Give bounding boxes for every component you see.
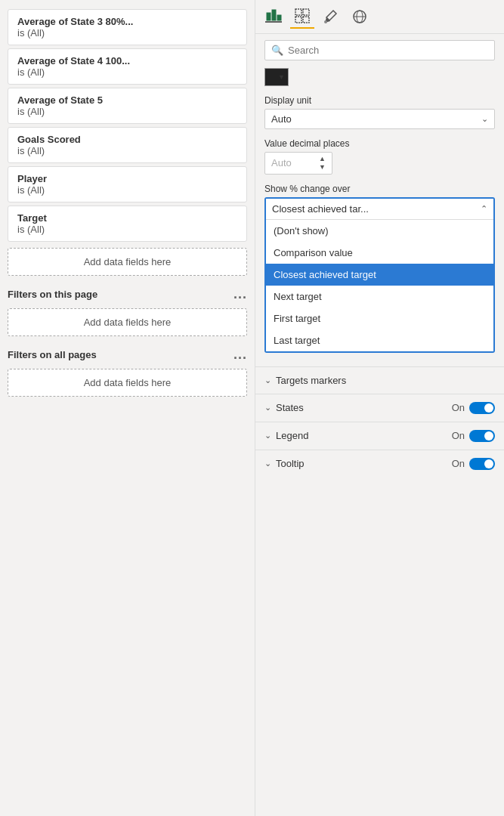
section-row-legend[interactable]: ⌄ Legend On [255, 422, 504, 450]
filter-value: is (All) [17, 27, 237, 39]
dropdown-option[interactable]: Comparison value [266, 242, 493, 264]
section-name: States [276, 402, 452, 413]
bottom-sections: ⌄ Targets markers ⌄ States On ⌄ Legend O… [255, 366, 504, 478]
filter-card[interactable]: Average of State 5 is (All) [8, 88, 247, 124]
section-row-states[interactable]: ⌄ States On [255, 394, 504, 422]
spinner-controls: ▲ ▼ [319, 155, 326, 172]
display-unit-value: Auto [271, 113, 292, 125]
filter-name: Player [17, 173, 237, 184]
section-row-targets-markers[interactable]: ⌄ Targets markers [255, 366, 504, 394]
filter-name: Goals Scored [17, 134, 237, 145]
toggle-label: On [452, 430, 465, 441]
show-pct-label: Show % change over [264, 184, 495, 194]
color-caret-icon: ▼ [278, 73, 285, 81]
paintbrush-btn[interactable] [319, 5, 343, 29]
right-format-panel: 🔍 ▼ Display unit Auto ⌄ Value decimal pl… [255, 0, 504, 816]
chevron-icon: ⌄ [264, 431, 271, 440]
section-name: Legend [276, 430, 452, 441]
decimal-places-label: Value decimal places [264, 138, 495, 149]
chevron-icon: ⌄ [264, 403, 271, 413]
filter-value: is (All) [17, 66, 237, 78]
svg-rect-7 [303, 17, 309, 23]
section-row-tooltip[interactable]: ⌄ Tooltip On [255, 450, 504, 478]
dropdown-options-list: (Don't show)Comparison valueClosest achi… [266, 220, 493, 351]
filter-name: Average of State 4 100... [17, 55, 237, 66]
dropdown-option[interactable]: First target [266, 308, 493, 329]
svg-point-8 [324, 20, 327, 23]
analytics-btn[interactable] [348, 5, 372, 29]
filters-on-page-header: Filters on this page ... [0, 279, 255, 305]
toggle-label: On [452, 458, 465, 469]
filter-card[interactable]: Target is (All) [8, 206, 247, 242]
search-box[interactable]: 🔍 [264, 40, 495, 60]
format-btn[interactable] [290, 5, 314, 29]
decimal-places-spinner[interactable]: Auto ▲ ▼ [264, 152, 332, 175]
filter-name: Target [17, 212, 237, 224]
spinner-up-btn[interactable]: ▲ [319, 155, 326, 163]
filter-card[interactable]: Average of State 3 80%... is (All) [8, 9, 247, 45]
left-filter-panel: Average of State 3 80%... is (All) Avera… [0, 0, 255, 816]
dropdown-option[interactable]: Next target [266, 286, 493, 308]
popup-caret-up-icon: ⌃ [481, 204, 487, 214]
toggle-switch[interactable] [469, 402, 495, 414]
popup-header[interactable]: Closest achieved tar... ⌃ [266, 199, 493, 220]
show-pct-dropdown-popup[interactable]: Closest achieved tar... ⌃ (Don't show)Co… [264, 197, 495, 353]
filters-on-page-label: Filters on this page [8, 289, 97, 300]
color-square [268, 70, 276, 84]
toggle-switch[interactable] [469, 430, 495, 442]
filter-name: Average of State 5 [17, 94, 237, 106]
decimal-places-section: Value decimal places Auto ▲ ▼ [264, 138, 495, 175]
popup-selected-value: Closest achieved tar... [272, 203, 369, 215]
chevron-icon: ⌄ [264, 459, 271, 468]
filter-card[interactable]: Average of State 4 100... is (All) [8, 48, 247, 85]
dropdown-option[interactable]: (Don't show) [266, 220, 493, 242]
svg-rect-0 [267, 13, 271, 20]
search-input[interactable] [288, 45, 488, 56]
add-fields-btn-top[interactable]: Add data fields here [8, 248, 247, 276]
display-unit-label: Display unit [264, 95, 495, 106]
filters-all-pages-header: Filters on all pages ... [0, 339, 255, 366]
filter-card[interactable]: Goals Scored is (All) [8, 127, 247, 163]
display-unit-dropdown[interactable]: Auto ⌄ [264, 109, 495, 129]
toggle-switch[interactable] [469, 458, 495, 470]
chevron-icon: ⌄ [264, 376, 271, 385]
show-pct-change-section: Show % change over Closest achieved tar.… [264, 184, 495, 353]
filter-card[interactable]: Player is (All) [8, 166, 247, 202]
search-icon: 🔍 [271, 45, 283, 56]
toggle-label: On [452, 402, 465, 413]
filter-name: Average of State 3 80%... [17, 16, 237, 27]
svg-rect-6 [295, 17, 301, 23]
filters-on-page-dots[interactable]: ... [233, 286, 247, 302]
section-name: Targets markers [276, 375, 495, 386]
filter-value: is (All) [17, 184, 237, 196]
dropdown-option[interactable]: Closest achieved target [266, 264, 493, 286]
color-picker-row: ▼ [264, 68, 495, 86]
filter-value: is (All) [17, 224, 237, 235]
filters-all-pages-dots[interactable]: ... [233, 347, 247, 363]
spinner-down-btn[interactable]: ▼ [319, 163, 326, 172]
color-picker-btn[interactable]: ▼ [264, 68, 289, 86]
dropdown-option[interactable]: Last target [266, 329, 493, 351]
panel-content: 🔍 ▼ Display unit Auto ⌄ Value decimal pl… [255, 34, 504, 366]
add-fields-btn-all-pages[interactable]: Add data fields here [8, 369, 247, 397]
display-unit-caret-icon: ⌄ [481, 114, 488, 124]
toolbar [255, 0, 504, 34]
add-fields-btn-page[interactable]: Add data fields here [8, 308, 247, 336]
svg-rect-1 [272, 10, 276, 20]
display-unit-section: Display unit Auto ⌄ [264, 95, 495, 129]
visual-type-btn[interactable] [261, 5, 286, 29]
section-name: Tooltip [276, 458, 452, 469]
decimal-places-value: Auto [271, 157, 292, 168]
filter-value: is (All) [17, 145, 237, 156]
svg-rect-5 [303, 9, 309, 15]
filter-value: is (All) [17, 106, 237, 117]
svg-rect-2 [277, 15, 281, 20]
svg-rect-4 [295, 9, 301, 15]
filters-all-pages-label: Filters on all pages [8, 349, 97, 360]
